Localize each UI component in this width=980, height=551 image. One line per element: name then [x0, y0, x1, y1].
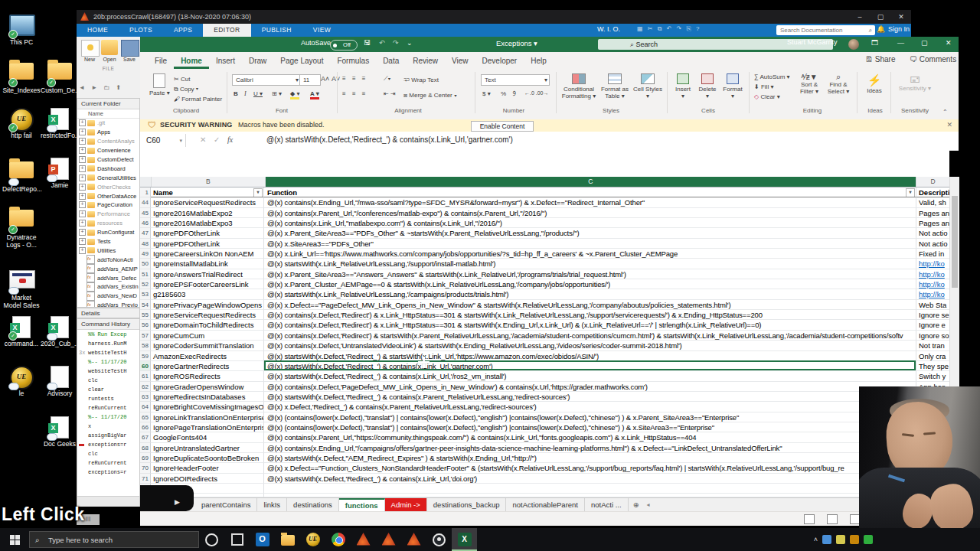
row-number[interactable]: 56	[140, 320, 151, 330]
matlab-tab-plots[interactable]: PLOTS	[119, 24, 163, 37]
excel-titlebar[interactable]: AutoSave Off 🖫 ↶ ↷ ⌄ Exceptions ▾ ⌕ Sear…	[140, 37, 959, 52]
indent-buttons[interactable]: ⇤ ⇥	[384, 90, 396, 97]
cancel-icon[interactable]: ✕	[200, 135, 206, 144]
page-layout-view-icon[interactable]	[827, 514, 838, 524]
shrink-font-button[interactable]: A˅	[332, 75, 340, 83]
copy-button[interactable]: ⧉ Copy ▾	[174, 86, 198, 93]
cell-description[interactable]: http://ko	[916, 259, 949, 269]
filter-icon[interactable]: ▾	[906, 188, 915, 197]
sort-filter-button[interactable]: ᴬ⁄ᵶ▼Sort & Filter ▾	[795, 73, 823, 95]
sheet-tab-notactionableparent[interactable]: notActionableParent	[506, 498, 585, 512]
details-bar[interactable]: Details	[77, 308, 140, 318]
add-sheet-button[interactable]: ⊕	[629, 498, 644, 512]
fx-icon[interactable]: fx	[227, 135, 233, 144]
cell-name[interactable]: IgnoreCumCum	[151, 331, 264, 341]
desktop-icon-this-pc[interactable]: ✓This PC	[2, 12, 41, 47]
cell-function[interactable]: @(x) startsWith(x.Defect,'Redirect_') & …	[264, 361, 916, 371]
start-button[interactable]	[0, 528, 29, 551]
ribbon-tab-review[interactable]: Review	[406, 57, 445, 69]
row-number[interactable]: 67	[140, 432, 151, 442]
italic-button[interactable]: I	[244, 90, 247, 97]
ribbon-tab-file[interactable]: File	[148, 57, 174, 69]
desktop-icon-advisory[interactable]: Advisory	[41, 365, 79, 398]
cell-function[interactable]: @(x) contains(x.Ending_Url,"/campaigns/o…	[264, 443, 916, 453]
history-item[interactable]: runtests	[77, 394, 139, 403]
font-family-select[interactable]: Calibri▾	[232, 74, 301, 86]
matlab-sign-in[interactable]: Sign In	[888, 25, 910, 33]
column-header-D[interactable]: D	[916, 177, 949, 187]
expand-icon[interactable]: +	[79, 129, 86, 135]
expand-icon[interactable]: +	[79, 184, 86, 191]
ribbon-display-icon[interactable]: 🗖	[871, 39, 878, 47]
tray-icon-green[interactable]	[864, 535, 873, 544]
tab-scroll-left[interactable]: ◂	[644, 498, 653, 512]
expand-icon[interactable]: +	[79, 174, 86, 181]
cell-name[interactable]: IgnoreCoderSummitTranslation	[151, 341, 264, 350]
row-number[interactable]: 62	[140, 382, 151, 392]
avatar[interactable]	[848, 39, 859, 50]
cell-name[interactable]: IgnoreGraderOpensWindow	[151, 382, 264, 392]
percent-button[interactable]: %	[501, 90, 506, 97]
expand-icon[interactable]: +	[79, 165, 86, 172]
sheet-tab-linkis[interactable]: linkIs	[257, 498, 287, 512]
folder-item[interactable]: addToNonActi	[77, 255, 139, 264]
cell-function[interactable]: @(x) startsWith(x.Defect,'Redirect_') & …	[264, 351, 916, 361]
format-cells-button[interactable]: Format▾	[720, 73, 745, 99]
taskbar-item-matlab[interactable]	[376, 528, 401, 551]
ribbon-tab-page-layout[interactable]: Page Layout	[273, 57, 330, 69]
cell-name[interactable]: IgnorePDFOtherLink	[151, 228, 264, 238]
expand-icon[interactable]: +	[79, 247, 86, 254]
taskbar-item-file-explorer[interactable]	[275, 528, 300, 551]
expand-icon[interactable]: +	[79, 220, 86, 227]
row-number[interactable]: 71	[140, 474, 151, 484]
collapse-ribbon-button[interactable]: ⌃	[942, 109, 948, 116]
history-item[interactable]: clc	[77, 449, 139, 458]
cell-name[interactable]: IgnoreCareersLinkOn NonAEM	[151, 249, 264, 259]
tray-chevron-icon[interactable]: ˄	[814, 536, 818, 543]
cut-button[interactable]: ✂ Cut	[174, 76, 190, 83]
save-icon[interactable]: 🖫	[364, 39, 371, 47]
folder-item[interactable]: +CustomDefect	[77, 155, 139, 165]
row-number[interactable]: 52	[140, 279, 151, 289]
matlab-titlebar[interactable]: 20b:processCrawl(168497) (18-Nov-2020 07…	[77, 10, 911, 24]
cell-description[interactable]: Ignore so	[916, 331, 949, 341]
cell-function[interactable]: @(x) x.SiteArea3=="PDFs_Other"	[264, 239, 916, 249]
wrap-text-button[interactable]: ⮒ Wrap Text	[403, 77, 439, 83]
row-number[interactable]: 47	[140, 228, 151, 238]
row-number[interactable]: 44	[140, 197, 151, 207]
matlab-search-box[interactable]: Search Documentation ⌕	[776, 25, 875, 35]
history-item[interactable]: %-- 11/17/20	[77, 357, 139, 367]
cell-description[interactable]: http://ko	[916, 269, 949, 279]
command-history-header[interactable]: Command History	[77, 319, 139, 330]
desktop-icon-custom-de-[interactable]: ✓Custom_De...	[41, 58, 79, 95]
cell-name[interactable]: IgnoreROSRedirects	[151, 371, 264, 381]
cell-function[interactable]: @(x) startsWith(x.Defect,'Redirect_') & …	[264, 392, 916, 402]
desktop-icon-doc-geeks[interactable]: Doc Geeks	[41, 416, 79, 448]
cell-function[interactable]: @(x) x.Link_Url=='https://www.mathworks.…	[264, 249, 916, 259]
cell-description[interactable]: Ignore se	[916, 310, 949, 320]
history-item[interactable]: 3xwebsiteTestH	[77, 348, 139, 357]
name-box[interactable]: C60▾	[142, 134, 186, 147]
history-item[interactable]: websiteTestH	[77, 367, 139, 376]
cell-description[interactable]: Ignore e	[916, 320, 949, 330]
cell-name[interactable]: IgnorePrivacyPageWindowOpens	[151, 300, 264, 310]
ribbon-tab-view[interactable]: View	[445, 57, 475, 69]
close-warning-icon[interactable]: ✕	[946, 121, 952, 129]
row-number[interactable]: 57	[140, 331, 151, 341]
borders-button[interactable]: ⊞ ▾	[272, 90, 282, 97]
number-format-select[interactable]: Text▾	[481, 74, 550, 86]
row-number[interactable]: 68	[140, 443, 151, 453]
cell-name[interactable]: Ignore2016MatlabExpo3	[151, 218, 264, 228]
sheet-tab-destinations-backup[interactable]: destinations_backup	[427, 498, 507, 512]
expand-icon[interactable]: +	[79, 147, 86, 154]
conditional-formatting-button[interactable]: Conditional Formatting ▾	[561, 73, 596, 99]
history-item[interactable]: clc	[77, 376, 139, 385]
matlab-tab-view[interactable]: VIEW	[302, 24, 341, 37]
taskbar-item-matlab[interactable]	[401, 528, 426, 551]
sheet-tab-parentcontains[interactable]: parentContains	[195, 498, 257, 512]
cell-function[interactable]: @(x) x.Defect=="Function_Clusters_NonSta…	[264, 463, 916, 473]
merge-center-button[interactable]: ⧈ Merge & Center ▾	[403, 92, 457, 99]
cell-description[interactable]: They spe	[916, 361, 949, 371]
format-as-table-button[interactable]: Format as Table ▾	[598, 73, 632, 99]
taskbar-item-excel[interactable]	[452, 528, 477, 551]
